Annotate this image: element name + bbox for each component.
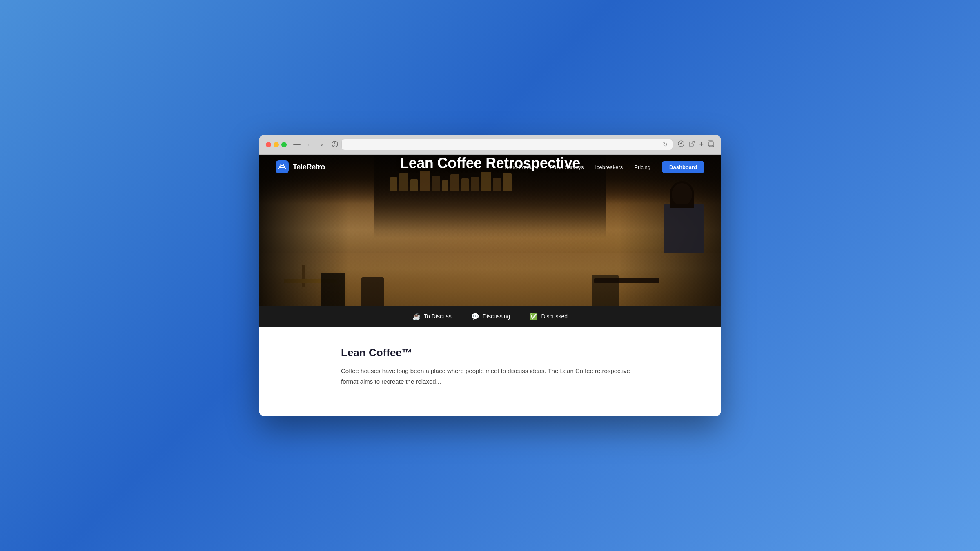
discussed-label: Discussed [541,313,568,320]
hero-title: Lean Coffee Retrospective [259,155,721,172]
to-discuss-label: To Discuss [424,313,452,320]
discussing-label: Discussing [483,313,510,320]
address-bar[interactable]: ↻ [341,139,673,150]
status-bar: ☕ To Discuss 💬 Discussing ✅ Discussed [259,306,721,327]
close-button[interactable] [266,142,271,147]
back-button[interactable]: ‹ [304,140,314,149]
refresh-icon[interactable]: ↻ [663,141,668,148]
tabs-icon[interactable] [708,140,714,149]
status-to-discuss[interactable]: ☕ To Discuss [412,313,452,320]
table-dark [594,278,659,283]
content-title: Lean Coffee™ [341,347,639,359]
check-emoji: ✅ [530,313,538,320]
browser-window: ‹ › ↻ [259,135,721,416]
svg-point-1 [334,145,335,146]
website: TeleRetro Retro Formats Pulse Surveys Ic… [259,155,721,416]
browser-titlebar: ‹ › ↻ [259,135,721,155]
forward-button[interactable]: › [317,140,327,149]
minimize-button[interactable] [274,142,279,147]
browser-controls: ‹ › [293,140,327,149]
speech-emoji: 💬 [471,313,479,320]
content-section: Lean Coffee™ Coffee houses have long bee… [259,327,721,416]
status-discussing[interactable]: 💬 Discussing [471,313,510,320]
coffee-emoji: ☕ [412,313,421,320]
security-icon [332,141,338,149]
sidebar-toggle-icon[interactable] [293,142,301,147]
address-bar-container: ↻ [332,139,673,150]
person-right [651,179,708,306]
chair-2 [361,277,384,306]
status-discussed[interactable]: ✅ Discussed [530,313,568,320]
browser-content: TeleRetro Retro Formats Pulse Surveys Ic… [259,155,721,416]
share-icon[interactable] [688,140,695,149]
download-icon[interactable] [678,140,684,149]
browser-actions: + [678,140,714,149]
content-body: Coffee houses have long been a place whe… [341,366,639,387]
maximize-button[interactable] [281,142,287,147]
traffic-lights [266,142,287,147]
new-tab-icon[interactable]: + [699,140,704,149]
hero-content: Lean Coffee Retrospective [259,155,721,172]
hero-section: TeleRetro Retro Formats Pulse Surveys Ic… [259,155,721,306]
